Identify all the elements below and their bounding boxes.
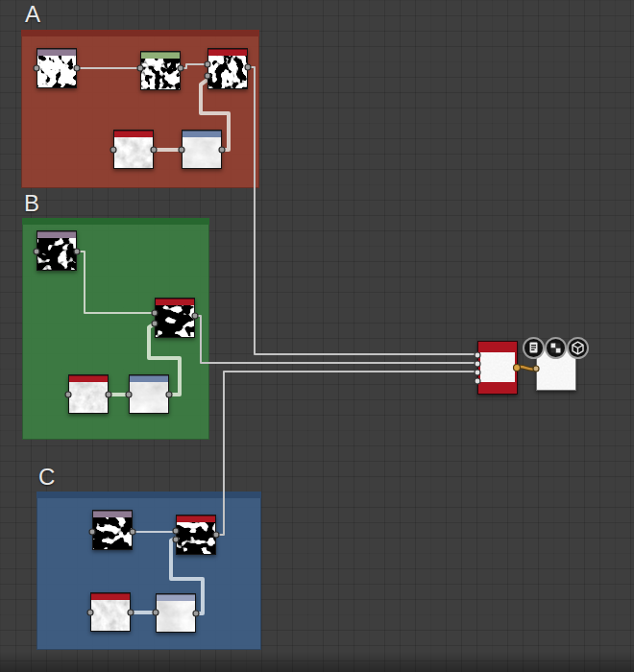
node-port[interactable] <box>205 73 210 79</box>
node-port[interactable] <box>219 147 225 153</box>
document-icon[interactable] <box>523 337 545 359</box>
node-texture-preview <box>177 522 215 554</box>
node-texture-preview <box>156 305 194 337</box>
graph-node-c3[interactable] <box>90 592 131 632</box>
graph-node-b2[interactable] <box>155 298 195 338</box>
node-header <box>177 516 215 522</box>
output-node-input-port[interactable] <box>475 352 480 358</box>
node-texture-preview <box>37 56 76 87</box>
node-texture-preview <box>114 137 153 168</box>
node-header <box>156 299 194 305</box>
node-port[interactable] <box>110 147 116 153</box>
node-port[interactable] <box>192 313 198 319</box>
graph-node-a2[interactable] <box>140 51 181 90</box>
checkerboard-2d-view-icon[interactable] <box>545 337 567 359</box>
node-header <box>183 131 221 137</box>
node-header <box>141 52 180 59</box>
node-port[interactable] <box>205 61 210 67</box>
node-header <box>208 49 247 56</box>
graph-node-a3[interactable] <box>207 48 248 89</box>
graph-output-node[interactable] <box>477 341 518 395</box>
node-header <box>93 511 132 517</box>
node-port[interactable] <box>245 64 251 70</box>
graph-node-c4[interactable] <box>156 593 196 633</box>
node-texture-preview <box>91 600 130 631</box>
node-port[interactable] <box>166 392 172 397</box>
graph-node-b1[interactable] <box>37 230 77 271</box>
graph-node-a4[interactable] <box>113 130 154 169</box>
node-port[interactable] <box>126 392 132 397</box>
node-port[interactable] <box>34 249 39 254</box>
node-port[interactable] <box>137 65 143 71</box>
node-port[interactable] <box>213 532 219 538</box>
node-texture-preview <box>183 137 221 168</box>
node-texture-preview <box>130 382 168 413</box>
node-header <box>130 375 168 382</box>
node-port[interactable] <box>193 611 199 616</box>
output-node-input-port[interactable] <box>475 378 480 384</box>
output-node-preview <box>480 352 515 382</box>
graph-node-a5[interactable] <box>182 130 222 169</box>
node-port[interactable] <box>152 310 158 316</box>
node-port[interactable] <box>153 610 158 615</box>
node-texture-preview <box>69 382 108 413</box>
node-port[interactable] <box>130 529 135 535</box>
node-texture-preview <box>93 517 132 549</box>
node-port[interactable] <box>179 147 184 153</box>
node-port[interactable] <box>87 610 93 615</box>
node-header <box>37 49 76 56</box>
node-header <box>69 375 108 382</box>
display-node-input-port[interactable] <box>533 366 539 372</box>
node-port[interactable] <box>106 392 111 397</box>
node-port[interactable] <box>65 392 71 397</box>
node-port[interactable] <box>89 529 95 535</box>
node-texture-preview <box>141 59 180 89</box>
node-header <box>157 594 195 601</box>
node-port[interactable] <box>34 65 39 71</box>
node-port[interactable] <box>178 65 183 71</box>
output-node-input-port[interactable] <box>475 361 480 367</box>
node-port[interactable] <box>74 249 80 254</box>
node-header <box>114 131 153 137</box>
node-port[interactable] <box>173 528 179 534</box>
node-graph-canvas[interactable]: ABC <box>0 0 634 672</box>
node-port[interactable] <box>74 65 80 71</box>
nodes-layer <box>0 0 634 672</box>
node-header <box>91 593 130 600</box>
node-texture-preview <box>208 56 247 88</box>
output-node-output-port[interactable] <box>514 365 521 372</box>
node-port[interactable] <box>151 147 157 153</box>
node-header <box>37 231 76 238</box>
node-texture-preview <box>157 601 195 632</box>
graph-node-c1[interactable] <box>92 510 133 550</box>
node-port[interactable] <box>152 321 158 326</box>
node-port[interactable] <box>173 537 179 542</box>
graph-node-b3[interactable] <box>68 374 109 414</box>
node-texture-preview <box>37 238 76 270</box>
graph-node-a1[interactable] <box>37 48 77 88</box>
cube-3d-view-icon[interactable] <box>567 337 589 359</box>
node-port[interactable] <box>128 610 134 615</box>
graph-node-c2[interactable] <box>176 515 216 555</box>
output-node-input-port[interactable] <box>475 370 480 375</box>
graph-node-b4[interactable] <box>129 374 169 414</box>
